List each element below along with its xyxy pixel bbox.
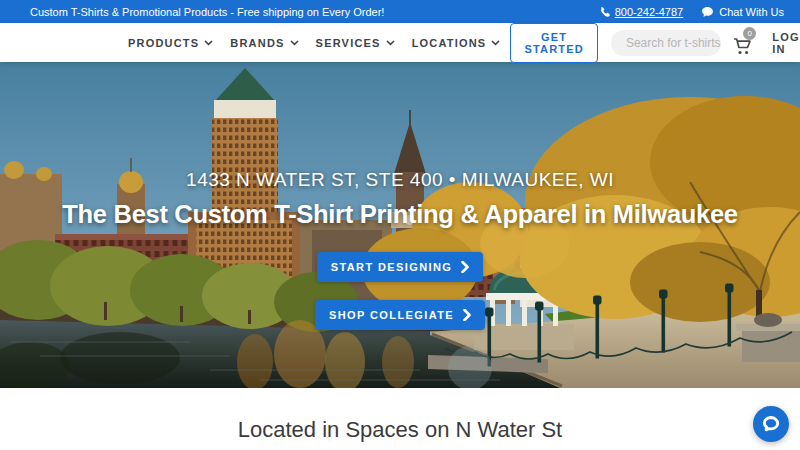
phone-number: 800-242-4787 — [615, 6, 684, 18]
search-input[interactable] — [626, 36, 721, 50]
button-label: START DESIGNING — [331, 261, 453, 273]
phone-link[interactable]: 800-242-4787 — [598, 6, 684, 18]
nav-item-locations[interactable]: LOCATIONS — [412, 37, 501, 49]
nav-item-services[interactable]: SERVICES — [316, 37, 395, 49]
chat-bubble-icon — [760, 414, 782, 434]
chat-bubble-icon — [701, 6, 714, 18]
hero-buttons: START DESIGNING SHOP COLLEGIATE — [315, 252, 485, 330]
cart-count-badge: 0 — [743, 27, 756, 40]
chevron-right-icon — [461, 261, 469, 273]
chevron-down-icon — [290, 40, 299, 46]
cart-button[interactable]: 0 — [733, 30, 754, 56]
search-bar — [611, 30, 721, 56]
nav-item-label: PRODUCTS — [128, 37, 199, 49]
chevron-down-icon — [204, 40, 213, 46]
chevron-right-icon — [463, 309, 471, 321]
phone-icon — [598, 6, 610, 18]
promo-text: Custom T-Shirts & Promotional Products -… — [30, 6, 384, 18]
chat-fab-button[interactable] — [753, 406, 789, 442]
chat-label: Chat With Us — [719, 6, 784, 18]
hero-headline: The Best Custom T-Shirt Printing & Appar… — [62, 200, 737, 229]
hero-banner: 1433 N WATER ST, STE 400 • MILWAUKEE, WI… — [0, 62, 800, 388]
nav-menu: PRODUCTS BRANDS SERVICES LOCATIONS — [128, 37, 500, 49]
section-heading: Located in Spaces on N Water St — [0, 388, 800, 443]
top-promo-bar: Custom T-Shirts & Promotional Products -… — [0, 0, 800, 23]
chevron-down-icon — [386, 40, 395, 46]
chevron-down-icon — [491, 40, 500, 46]
hero-content: 1433 N WATER ST, STE 400 • MILWAUKEE, WI… — [0, 62, 800, 388]
location-section: Located in Spaces on N Water St — [0, 388, 800, 450]
store-address: 1433 N WATER ST, STE 400 • MILWAUKEE, WI — [186, 169, 614, 191]
button-label: SHOP COLLEGIATE — [329, 309, 454, 321]
shop-collegiate-button[interactable]: SHOP COLLEGIATE — [315, 300, 485, 330]
login-button[interactable]: LOG IN — [772, 31, 800, 55]
nav-item-brands[interactable]: BRANDS — [230, 37, 298, 49]
nav-item-products[interactable]: PRODUCTS — [128, 37, 213, 49]
chat-with-us-link[interactable]: Chat With Us — [701, 6, 784, 18]
get-started-button[interactable]: GET STARTED — [510, 23, 598, 63]
nav-item-label: SERVICES — [316, 37, 381, 49]
nav-item-label: LOCATIONS — [412, 37, 487, 49]
nav-item-label: BRANDS — [230, 37, 284, 49]
start-designing-button[interactable]: START DESIGNING — [317, 252, 484, 282]
main-navbar: PRODUCTS BRANDS SERVICES LOCATIONS GET S… — [0, 23, 800, 62]
page: Custom T-Shirts & Promotional Products -… — [0, 0, 800, 450]
